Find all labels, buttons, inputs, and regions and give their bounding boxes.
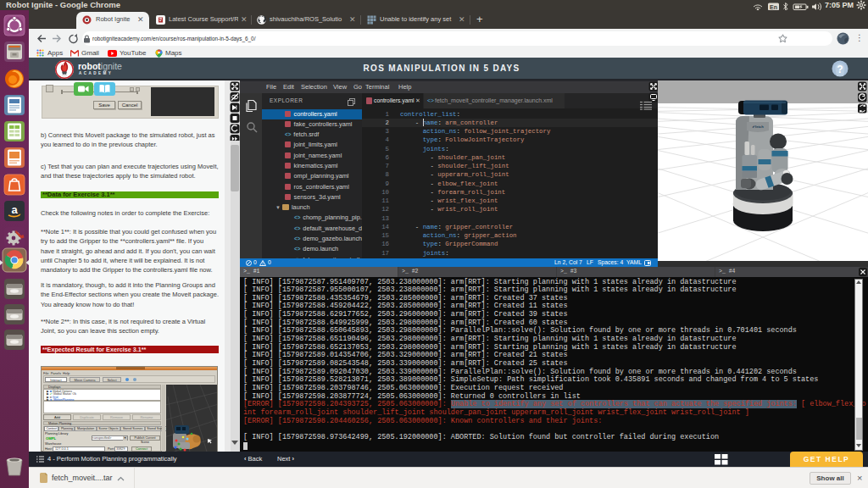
svg-text:✔fetch: ✔fetch — [752, 125, 764, 129]
svg-text:En: En — [770, 4, 777, 10]
svg-text:?: ? — [837, 64, 843, 75]
svg-text:a: a — [11, 203, 18, 216]
